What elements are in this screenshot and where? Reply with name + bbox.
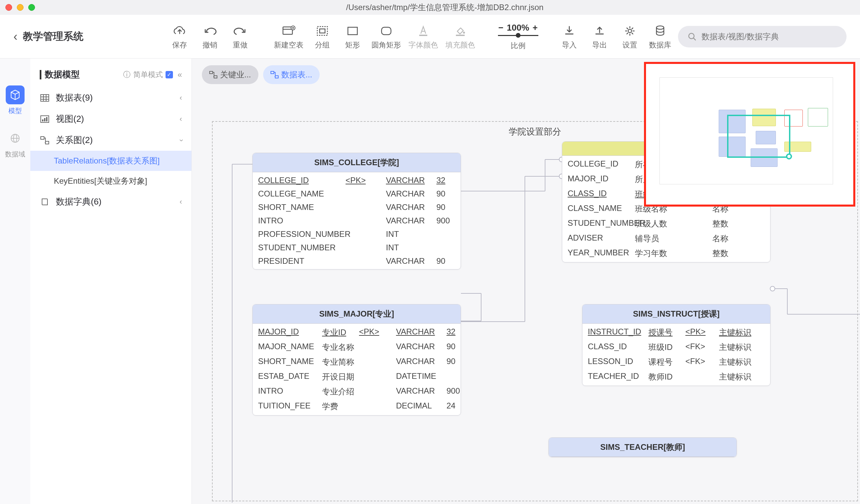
search-icon: [687, 32, 697, 41]
tree-dictionary[interactable]: 数据字典(6) ‹: [30, 191, 191, 212]
fill-color-icon: [455, 25, 466, 37]
import-button[interactable]: 导入: [554, 20, 585, 54]
svg-rect-9: [456, 35, 465, 36]
svg-rect-26: [41, 136, 44, 139]
rail-domain[interactable]: 数据域: [5, 129, 25, 159]
sidebar-title: 数据模型: [45, 69, 123, 81]
relation-icon: [40, 136, 50, 144]
erd-table-major[interactable]: SIMS_MAJOR[专业] MAJOR_ID专业ID<PK>VARCHAR32…: [252, 304, 461, 416]
rail-model[interactable]: 模型: [5, 85, 25, 115]
svg-rect-27: [45, 141, 49, 144]
database-button[interactable]: 数据库: [645, 20, 675, 54]
new-table-icon: [282, 25, 296, 37]
table-row[interactable]: STUDENT_NUMBER班级人数整数: [562, 216, 770, 231]
table-row[interactable]: COLLEGE_ID<PK>VARCHAR32: [253, 174, 461, 187]
svg-rect-23: [42, 119, 43, 121]
svg-rect-7: [419, 35, 427, 36]
erd-table-college[interactable]: SIMS_COLLEGE[学院] COLLEGE_ID<PK>VARCHAR32…: [252, 153, 461, 270]
svg-line-13: [693, 38, 696, 40]
redo-icon: [233, 26, 247, 36]
zoom-out-button[interactable]: −: [498, 23, 503, 33]
table-row[interactable]: TUITION_FEE学费DECIMAL24: [253, 399, 461, 414]
chevron-right-icon: ‹: [180, 198, 182, 206]
table-row[interactable]: ADVISER辅导员名称: [562, 231, 770, 246]
svg-point-8: [463, 32, 465, 34]
table-row[interactable]: INTROVARCHAR900: [253, 214, 461, 228]
undo-button[interactable]: 撤销: [195, 20, 225, 54]
gear-icon: [624, 25, 635, 37]
table-row[interactable]: INTRO专业介绍VARCHAR900: [253, 384, 461, 399]
search-input[interactable]: [702, 32, 837, 41]
erd-table-instruct[interactable]: SIMS_INSTRUCT[授课] INSTRUCT_ID授课号<PK>主键标识…: [582, 304, 771, 386]
group-icon: [316, 26, 328, 36]
svg-rect-25: [46, 117, 47, 121]
table-row[interactable]: MAJOR_ID专业ID<PK>VARCHAR32: [253, 325, 461, 340]
canvas[interactable]: 关键业... 数据表... 学院设置部分: [192, 59, 860, 504]
zoom-control[interactable]: − 100% + 比例: [493, 23, 543, 51]
table-row[interactable]: STUDENT_NUMBERINT: [253, 241, 461, 254]
minimize-window-button[interactable]: [17, 4, 24, 11]
undo-icon: [203, 26, 217, 36]
table-row[interactable]: YEAR_NUMBER学习年数整数: [562, 246, 770, 261]
zoom-slider[interactable]: [498, 35, 538, 36]
svg-rect-17: [41, 95, 49, 101]
minimap-viewport[interactable]: [727, 115, 790, 158]
chevron-right-icon: ‹: [180, 93, 182, 102]
table-row[interactable]: INSTRUCT_ID授课号<PK>主键标识: [583, 325, 770, 340]
fill-color-button[interactable]: 填充颜色: [442, 20, 479, 54]
mode-checkbox[interactable]: ✓: [166, 71, 173, 78]
traffic-lights: [5, 4, 35, 11]
database-icon: [655, 25, 666, 37]
table-row[interactable]: LESSON_ID课程号<FK>主键标识: [583, 355, 770, 370]
rect-button[interactable]: 矩形: [338, 20, 368, 54]
sidebar: 数据模型 ⓘ 简单模式 ✓ « 数据表(9) ‹ 视图(2) ‹ 关系图(2) …: [30, 59, 192, 504]
minimap[interactable]: [644, 62, 855, 206]
back-button[interactable]: ‹: [13, 30, 17, 44]
tree-table-relations[interactable]: TableRelations[数据表关系图]: [30, 151, 191, 171]
zoom-value: 100%: [507, 23, 529, 33]
settings-button[interactable]: 设置: [615, 20, 645, 54]
table-row[interactable]: COLLEGE_NAMEVARCHAR90: [253, 187, 461, 201]
new-table-button[interactable]: 新建空表: [270, 20, 307, 54]
round-rect-button[interactable]: 圆角矩形: [368, 20, 405, 54]
table-row[interactable]: MAJOR_NAME专业名称VARCHAR90: [253, 340, 461, 355]
top-toolbar: ‹ 教学管理系统 保存 撤销 重做 新建空表 分组 矩形: [0, 15, 860, 59]
svg-point-10: [628, 29, 632, 33]
table-row[interactable]: SHORT_NAME专业简称VARCHAR90: [253, 355, 461, 370]
sidebar-collapse-button[interactable]: «: [178, 70, 182, 80]
tree-key-entities[interactable]: KeyEntities[关键业务对象]: [30, 171, 191, 191]
save-button[interactable]: 保存: [164, 20, 195, 54]
import-icon: [563, 25, 575, 37]
table-row[interactable]: TEACHER_ID教师ID主键标识: [583, 370, 770, 384]
table-row[interactable]: SHORT_NAMEVARCHAR90: [253, 201, 461, 214]
font-color-button[interactable]: 字体颜色: [405, 20, 442, 54]
tree-views[interactable]: 视图(2) ‹: [30, 108, 191, 130]
app-title: 教学管理系统: [23, 30, 84, 43]
tree-tables[interactable]: 数据表(9) ‹: [30, 87, 191, 108]
redo-button[interactable]: 重做: [225, 20, 255, 54]
cube-icon: [10, 89, 21, 101]
titlebar: /Users/asher/tmp/学生信息管理系统-增加DB2.chnr.jso…: [0, 0, 860, 15]
table-row[interactable]: PRESIDENTVARCHAR90: [253, 254, 461, 268]
svg-rect-4: [320, 29, 325, 33]
svg-rect-6: [382, 27, 391, 35]
table-row[interactable]: ESTAB_DATE开设日期DATETIME: [253, 370, 461, 384]
tree-relations[interactable]: 关系图(2) ‹: [30, 130, 191, 151]
chevron-right-icon: ‹: [180, 115, 182, 124]
table-row[interactable]: CLASS_ID班级ID<FK>主键标识: [583, 340, 770, 355]
mode-toggle[interactable]: ⓘ 简单模式 ✓: [123, 70, 173, 80]
svg-rect-3: [317, 27, 327, 35]
rect-icon: [346, 26, 359, 36]
search-box[interactable]: [678, 26, 847, 47]
erd-table-teacher[interactable]: SIMS_TEACHER[教师]: [548, 437, 737, 457]
svg-rect-24: [44, 118, 45, 121]
chart-icon: [40, 115, 50, 123]
export-button[interactable]: 导出: [585, 20, 615, 54]
close-window-button[interactable]: [5, 4, 12, 11]
svg-point-11: [657, 26, 664, 29]
table-row[interactable]: PROFESSION_NUMBERINT: [253, 228, 461, 241]
maximize-window-button[interactable]: [28, 4, 35, 11]
zoom-in-button[interactable]: +: [533, 23, 538, 33]
table-grid-icon: [40, 94, 50, 102]
group-button[interactable]: 分组: [307, 20, 338, 54]
